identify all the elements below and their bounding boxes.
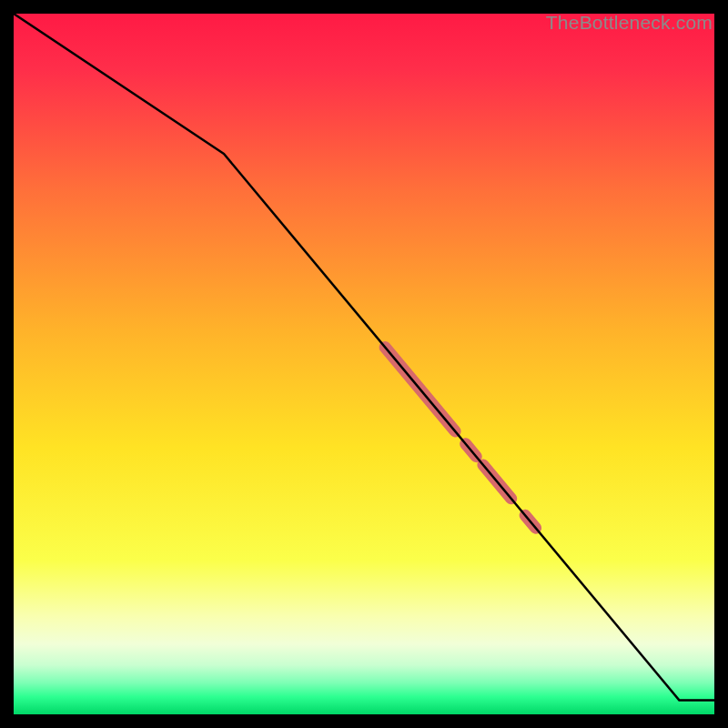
watermark-text: TheBottleneck.com [546,12,713,34]
chart-canvas [14,14,714,714]
chart-frame: TheBottleneck.com [14,14,714,714]
gradient-background [14,14,714,714]
